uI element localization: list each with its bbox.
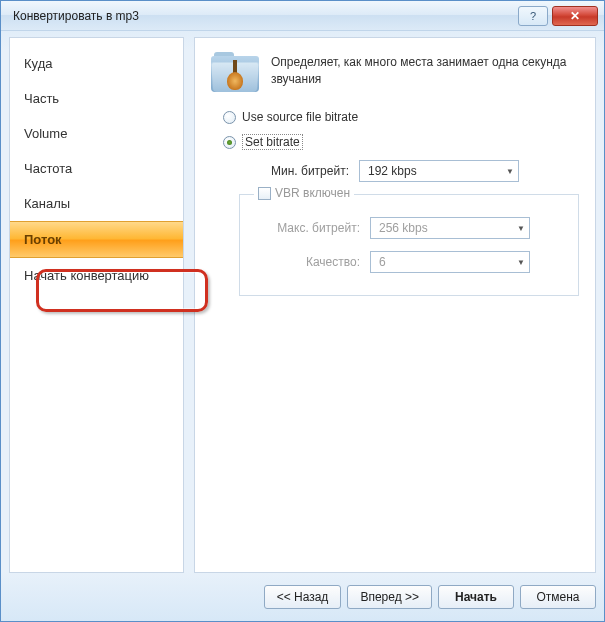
radio-icon: [223, 136, 236, 149]
content-description: Определяет, как много места занимает одн…: [271, 52, 579, 94]
radio-icon: [223, 111, 236, 124]
combo-value: 256 kbps: [379, 221, 428, 235]
vbr-fieldset: VBR включен Макс. битрейт: 256 kbps ▼ Ка…: [239, 194, 579, 296]
forward-button[interactable]: Вперед >>: [347, 585, 432, 609]
sidebar-item-part[interactable]: Часть: [10, 81, 183, 116]
sidebar-item-frequency[interactable]: Частота: [10, 151, 183, 186]
content-header: Определяет, как много места занимает одн…: [211, 52, 579, 94]
content-panel: Определяет, как много места занимает одн…: [194, 37, 596, 573]
sidebar-item-channels[interactable]: Каналы: [10, 186, 183, 221]
music-folder-icon: [211, 52, 259, 94]
dialog-window: Конвертировать в mp3 ? ✕ Куда Часть Volu…: [0, 0, 605, 622]
sidebar-item-label: Поток: [24, 232, 62, 247]
sidebar-item-volume[interactable]: Volume: [10, 116, 183, 151]
cancel-button[interactable]: Отмена: [520, 585, 596, 609]
sidebar-item-label: Часть: [24, 91, 59, 106]
main-area: Куда Часть Volume Частота Каналы Поток: [9, 37, 596, 573]
min-bitrate-combo[interactable]: 192 kbps ▼: [359, 160, 519, 182]
quality-row: Качество: 6 ▼: [250, 251, 568, 273]
combo-value: 6: [379, 255, 386, 269]
start-button[interactable]: Начать: [438, 585, 514, 609]
radio-use-source-bitrate[interactable]: Use source file bitrate: [223, 110, 579, 124]
max-bitrate-label: Макс. битрейт:: [250, 221, 370, 235]
sidebar-item-destination[interactable]: Куда: [10, 46, 183, 81]
sidebar: Куда Часть Volume Частота Каналы Поток: [9, 37, 184, 573]
window-title: Конвертировать в mp3: [13, 9, 139, 23]
chevron-down-icon: ▼: [506, 167, 514, 176]
radio-set-bitrate[interactable]: Set bitrate: [223, 134, 579, 150]
sidebar-item-label: Начать конвертацию: [24, 268, 149, 283]
dialog-body: Куда Часть Volume Частота Каналы Поток: [9, 37, 596, 613]
quality-combo[interactable]: 6 ▼: [370, 251, 530, 273]
sidebar-item-label: Куда: [24, 56, 52, 71]
help-button[interactable]: ?: [518, 6, 548, 26]
close-button[interactable]: ✕: [552, 6, 598, 26]
chevron-down-icon: ▼: [517, 258, 525, 267]
vbr-label: VBR включен: [275, 186, 350, 200]
sidebar-item-start-conversion[interactable]: Начать конвертацию: [10, 258, 183, 293]
max-bitrate-combo[interactable]: 256 kbps ▼: [370, 217, 530, 239]
vbr-legend[interactable]: VBR включен: [254, 186, 354, 200]
min-bitrate-label: Мин. битрейт:: [239, 164, 359, 178]
bitrate-radio-group: Use source file bitrate Set bitrate: [223, 110, 579, 150]
sidebar-item-label: Частота: [24, 161, 72, 176]
combo-value: 192 kbps: [368, 164, 417, 178]
sidebar-item-stream[interactable]: Поток: [10, 221, 183, 258]
radio-label: Use source file bitrate: [242, 110, 358, 124]
window-controls: ? ✕: [518, 6, 604, 26]
chevron-down-icon: ▼: [517, 224, 525, 233]
titlebar: Конвертировать в mp3 ? ✕: [1, 1, 604, 31]
quality-label: Качество:: [250, 255, 370, 269]
min-bitrate-row: Мин. битрейт: 192 kbps ▼: [239, 160, 579, 182]
footer: << Назад Вперед >> Начать Отмена: [9, 573, 596, 613]
max-bitrate-row: Макс. битрейт: 256 kbps ▼: [250, 217, 568, 239]
sidebar-item-label: Volume: [24, 126, 67, 141]
radio-label: Set bitrate: [242, 134, 303, 150]
vbr-checkbox[interactable]: [258, 187, 271, 200]
sidebar-item-label: Каналы: [24, 196, 70, 211]
back-button[interactable]: << Назад: [264, 585, 342, 609]
